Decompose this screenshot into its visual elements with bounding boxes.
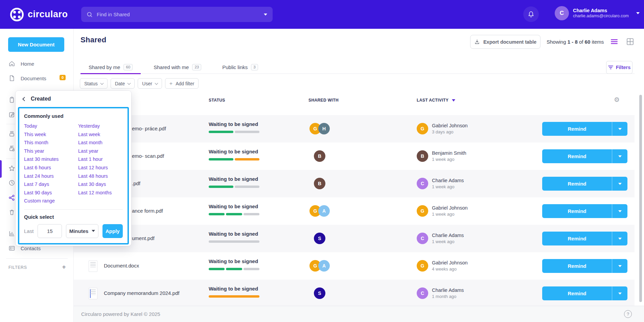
document-name[interactable]: ance form.pdf [132, 208, 163, 214]
remind-button[interactable]: Remind [542, 149, 627, 163]
date-panel-body: Commonly used TodayYesterdayThis weekLas… [18, 107, 129, 244]
status-cell: Waiting to be signed [209, 203, 263, 215]
document-name[interactable]: emo- scan.pdf [132, 153, 164, 159]
date-option-this-week[interactable]: This week [24, 130, 78, 139]
column-header-shared-with[interactable]: SHARED WITH [308, 98, 339, 103]
table-scrollbar[interactable] [639, 95, 642, 302]
remind-button[interactable]: Remind [542, 122, 627, 136]
user-menu[interactable]: C Charlie Adams charlie.adams@circularo.… [555, 6, 640, 20]
column-header-status[interactable]: STATUS [209, 98, 225, 103]
shared-avatar[interactable]: S [314, 233, 325, 244]
chevron-down-icon [128, 81, 131, 85]
date-option-today[interactable]: Today [24, 122, 78, 130]
tab-public-links[interactable]: Public links3 [214, 60, 266, 74]
new-document-button[interactable]: New Document [8, 37, 64, 52]
remind-button[interactable]: Remind [542, 286, 627, 300]
help-icon[interactable]: ? [624, 310, 632, 318]
remind-dropdown-caret[interactable] [612, 204, 627, 218]
shared-avatar[interactable]: B [314, 150, 325, 162]
sidebar-item-documents[interactable]: Documents 0 [0, 71, 74, 85]
tab-shared-by-me[interactable]: Shared by me60 [80, 60, 141, 74]
remind-dropdown-caret[interactable] [612, 149, 627, 163]
last-activity-cell: BBenjamin Smith1 week ago [417, 150, 466, 162]
date-option-yesterday[interactable]: Yesterday [78, 122, 123, 130]
date-option-last-year[interactable]: Last year [78, 147, 123, 155]
export-document-table-button[interactable]: Export document table [470, 35, 540, 49]
add-filter-plus-button[interactable]: + [62, 263, 66, 271]
date-option-last-6-hours[interactable]: Last 6 hours [24, 164, 78, 172]
date-option-last-12-months[interactable]: Last 12 months [78, 189, 123, 197]
chevron-down-icon [100, 81, 104, 85]
document-name[interactable]: Company memorandum 2024.pdf [104, 290, 179, 296]
remind-button[interactable]: Remind [542, 177, 627, 191]
brand[interactable]: circularo [10, 0, 68, 29]
document-name[interactable]: emo- práce.pdf [132, 126, 166, 131]
user-email: charlie.adams@circularo.com [573, 14, 629, 19]
progress-segment-orange [209, 295, 259, 298]
shared-avatar[interactable]: H [318, 123, 330, 134]
add-filter-label: Add filter [176, 81, 194, 86]
remind-button[interactable]: Remind [542, 259, 627, 273]
document-name[interactable]: Document.docx [104, 263, 139, 269]
filter-chip-user[interactable]: User [138, 78, 162, 89]
back-chevron-icon[interactable] [22, 97, 27, 101]
quick-select-value-input[interactable] [38, 224, 62, 238]
date-option-last-1-hour[interactable]: Last 1 hour [78, 155, 123, 164]
status-label: Waiting to be signed [209, 121, 263, 127]
date-option-this-month[interactable]: This month [24, 138, 78, 147]
date-option-last-48-hours[interactable]: Last 48 hours [78, 172, 123, 180]
shared-avatar[interactable]: A [318, 260, 330, 272]
remind-dropdown-caret[interactable] [612, 232, 627, 245]
search-input[interactable] [97, 12, 260, 17]
remind-button[interactable]: Remind [542, 232, 627, 245]
tab-label: Public links [222, 64, 248, 70]
archive-icon [8, 130, 15, 137]
last-activity-cell: GGabriel Johnson1 week ago [417, 205, 468, 217]
remind-dropdown-caret[interactable] [612, 177, 627, 191]
status-cell: Waiting to be signed [209, 231, 263, 243]
remind-dropdown-caret[interactable] [612, 286, 627, 300]
tab-shared-with-me[interactable]: Shared with me23 [145, 60, 209, 74]
notifications-button[interactable] [523, 6, 539, 22]
add-filter-chip[interactable]: +Add filter [165, 78, 199, 89]
search-scope-caret-icon[interactable] [264, 14, 267, 16]
shared-avatar[interactable]: B [314, 178, 325, 189]
last-activity-cell: CCharlie Adams1 week ago [417, 178, 464, 189]
global-search[interactable] [81, 7, 273, 22]
filters-button[interactable]: Filters [606, 61, 632, 74]
tab-label: Shared by me [89, 64, 120, 70]
status-cell: Waiting to be signed [209, 121, 263, 133]
date-option-custom-range[interactable]: Custom range [24, 197, 78, 205]
shared-avatar[interactable]: S [314, 287, 325, 299]
status-cell: Waiting to be signed [209, 176, 263, 188]
caret-down-icon [618, 210, 622, 212]
date-option-last-30-days[interactable]: Last 30 days [78, 180, 123, 189]
remind-dropdown-caret[interactable] [612, 122, 627, 136]
unit-label: Minutes [69, 228, 89, 234]
date-option-this-year[interactable]: This year [24, 147, 78, 155]
apply-button[interactable]: Apply [102, 224, 123, 238]
date-option-last-week[interactable]: Last week [78, 130, 123, 139]
quick-select-unit-dropdown[interactable]: Minutes [66, 224, 98, 238]
document-name[interactable]: .pdf [132, 180, 140, 186]
date-option-last-month[interactable]: Last month [78, 138, 123, 147]
grid-view-icon[interactable] [626, 38, 634, 45]
filter-chip-date[interactable]: Date [111, 78, 135, 89]
caret-down-icon [618, 183, 622, 185]
document-name[interactable]: ument.pdf [132, 235, 155, 241]
activity-user-name: Gabriel Johnson [432, 123, 468, 128]
date-option-last-24-hours[interactable]: Last 24 hours [24, 172, 78, 180]
date-option-last-90-days[interactable]: Last 90 days [24, 189, 78, 197]
table-settings-gear-icon[interactable]: ⚙ [614, 96, 620, 104]
filter-chip-status[interactable]: Status [80, 78, 108, 89]
progress-segment-green [209, 158, 233, 160]
date-option-last-12-hours[interactable]: Last 12 hours [78, 164, 123, 172]
remind-dropdown-caret[interactable] [612, 259, 627, 273]
remind-button[interactable]: Remind [542, 204, 627, 218]
column-header-last-activity[interactable]: LAST ACTIVITY [417, 98, 455, 103]
shared-avatar[interactable]: A [318, 205, 330, 217]
date-option-last-30-minutes[interactable]: Last 30 minutes [24, 155, 78, 164]
list-view-icon[interactable] [610, 38, 618, 45]
sidebar-item-home[interactable]: Home [0, 57, 74, 70]
date-option-last-7-days[interactable]: Last 7 days [24, 180, 78, 189]
